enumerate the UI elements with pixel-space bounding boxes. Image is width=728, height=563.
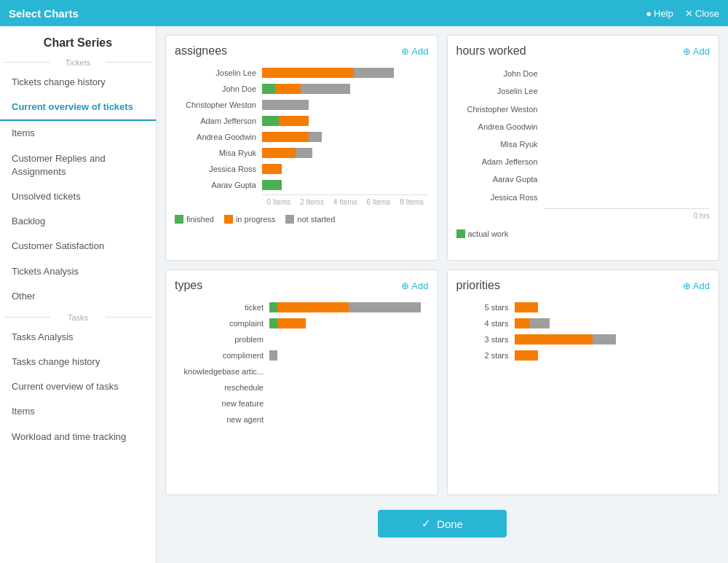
table-row: knowledgebase artic... <box>175 365 429 378</box>
main-layout: Chart Series Tickets Tickets change hist… <box>0 26 728 563</box>
add-icon: ⊕ <box>683 280 691 291</box>
hours-chart-header: hours worked ⊕ Add <box>456 44 711 58</box>
priorities-add-button[interactable]: ⊕ Add <box>683 280 710 291</box>
hours-chart-title: hours worked <box>456 44 526 58</box>
close-icon: ✕ <box>685 8 693 19</box>
table-row: Adam Jefferson <box>175 114 429 127</box>
types-chart: types ⊕ Add ticket complaint <box>165 269 438 495</box>
types-chart-title: types <box>175 279 202 292</box>
add-icon: ⊕ <box>401 280 409 291</box>
sidebar-item-customer-replies[interactable]: Customer Replies and Assignments <box>0 146 156 184</box>
hours-bar-chart: John Doe Joselin Lee Christopher Weston … <box>456 63 711 224</box>
table-row: Aarav Gupta <box>175 178 429 192</box>
legend-inprogress-color <box>224 215 233 224</box>
sidebar-item-tasks-change-history[interactable]: Tasks change history <box>0 350 156 374</box>
table-row: 4 stars <box>456 317 711 330</box>
table-row: Andrea Goodwin <box>456 120 711 133</box>
priorities-chart: priorities ⊕ Add 5 stars 4 stars <box>447 269 720 495</box>
table-row: John Doe <box>456 67 711 80</box>
assignees-chart: assignees ⊕ Add Joselin Lee John Do <box>165 35 438 261</box>
sidebar: Chart Series Tickets Tickets change hist… <box>0 26 157 563</box>
sidebar-item-customer-satisfaction[interactable]: Customer Satisfaction <box>0 234 156 259</box>
table-row: Christopher Weston <box>456 103 711 116</box>
table-row: Jessica Ross <box>456 191 711 204</box>
sidebar-item-backlog[interactable]: Backlog <box>0 209 156 234</box>
types-add-button[interactable]: ⊕ Add <box>401 280 428 291</box>
sidebar-item-current-overview-tasks[interactable]: Current overview of tasks <box>0 374 156 399</box>
table-row: John Doe <box>175 82 429 95</box>
table-row: reschedule <box>175 381 429 394</box>
hours-add-button[interactable]: ⊕ Add <box>683 46 710 57</box>
priorities-chart-title: priorities <box>456 279 500 292</box>
hours-axis: 0 hrs <box>544 208 711 220</box>
table-row: compliment <box>175 349 429 362</box>
header-actions: ● Help ✕ Close <box>646 8 719 19</box>
table-row: problem <box>175 333 429 346</box>
legend-finished-color <box>175 215 183 224</box>
table-row: Adam Jefferson <box>456 155 711 168</box>
add-icon: ⊕ <box>401 46 409 57</box>
priorities-chart-header: priorities ⊕ Add <box>456 279 711 292</box>
table-row: Aarav Gupta <box>456 173 711 186</box>
table-row: Misa Ryuk <box>175 146 429 160</box>
sidebar-item-task-items[interactable]: Items <box>0 399 156 424</box>
app-header: Select Charts ● Help ✕ Close <box>0 0 728 26</box>
table-row: 2 stars <box>456 349 711 362</box>
done-button[interactable]: ✓ Done <box>378 510 507 538</box>
legend-actual-color <box>456 229 465 238</box>
add-icon: ⊕ <box>683 46 691 57</box>
close-button[interactable]: ✕ Close <box>685 8 719 19</box>
table-row: Joselin Lee <box>175 66 429 79</box>
sidebar-item-tickets-change-history[interactable]: Tickets change history <box>0 70 156 95</box>
table-row: Misa Ryuk <box>456 138 711 151</box>
table-row: new agent <box>175 413 429 426</box>
priorities-bar-chart: 5 stars 4 stars 3 stars <box>456 298 711 368</box>
table-row: 5 stars <box>456 301 711 314</box>
hours-legend: actual work <box>456 229 711 238</box>
sidebar-item-unsolved-tickets[interactable]: Unsolved tickets <box>0 184 156 209</box>
table-row: Jessica Ross <box>175 162 429 176</box>
help-icon: ● <box>646 8 652 19</box>
types-chart-header: types ⊕ Add <box>175 279 429 292</box>
table-row: ticket <box>175 301 429 314</box>
assignees-add-button[interactable]: ⊕ Add <box>401 46 428 57</box>
hours-worked-chart: hours worked ⊕ Add John Doe Joselin Lee … <box>447 35 720 261</box>
table-row: 3 stars <box>456 333 711 346</box>
sidebar-item-tasks-analysis[interactable]: Tasks Analysis <box>0 325 156 350</box>
help-button[interactable]: ● Help <box>646 8 673 19</box>
table-row: Joselin Lee <box>456 84 711 98</box>
sidebar-item-items[interactable]: Items <box>0 121 156 146</box>
assignees-chart-title: assignees <box>175 44 227 58</box>
table-row: Andrea Goodwin <box>175 130 429 143</box>
sidebar-item-workload[interactable]: Workload and time tracking <box>0 425 156 449</box>
sidebar-item-tickets-analysis[interactable]: Tickets Analysis <box>0 259 156 284</box>
sidebar-item-current-overview[interactable]: Current overview of tickets <box>0 95 156 121</box>
assignees-axis: 0 Items 2 Items 4 Items 6 Items 8 Items <box>262 194 429 206</box>
legend-notstarted-color <box>285 215 294 224</box>
table-row: Christopher Weston <box>175 98 429 111</box>
done-checkmark-icon: ✓ <box>422 517 431 530</box>
done-area: ✓ Done <box>165 504 719 543</box>
header-title: Select Charts <box>9 7 79 20</box>
table-row: complaint <box>175 317 429 330</box>
assignees-legend: finished in progress not started <box>175 215 429 224</box>
table-row: new feature <box>175 397 429 410</box>
main-content: assignees ⊕ Add Joselin Lee John Do <box>157 26 728 563</box>
sidebar-title: Chart Series <box>0 26 156 54</box>
sidebar-item-other[interactable]: Other <box>0 284 156 309</box>
assignees-chart-header: assignees ⊕ Add <box>175 44 429 58</box>
tickets-section-label: Tickets <box>0 54 156 70</box>
types-bar-chart: ticket complaint problem <box>175 298 429 432</box>
assignees-bar-chart: Joselin Lee John Doe <box>175 63 429 209</box>
tasks-section-label: Tasks <box>0 309 156 325</box>
